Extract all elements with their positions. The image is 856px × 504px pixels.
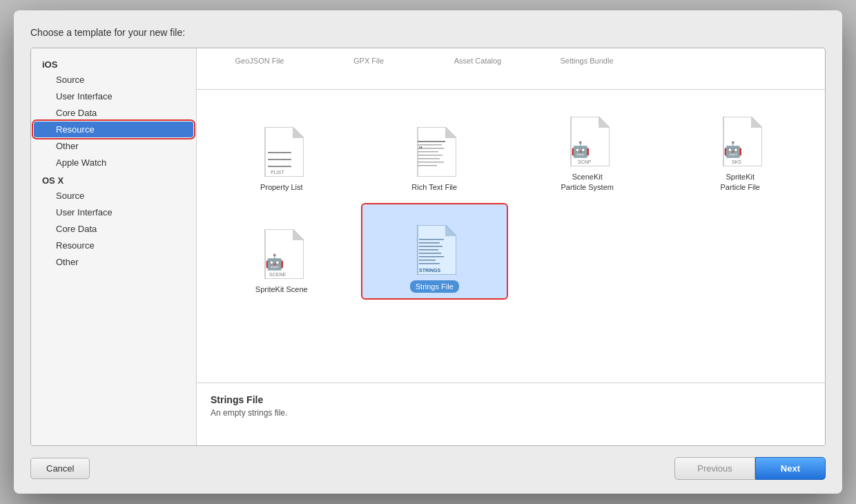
file-item-rich-text-file[interactable]: H Rich Text File <box>361 101 509 197</box>
svg-text:🤖: 🤖 <box>723 140 743 159</box>
dialog-body: iOSSourceUser InterfaceCore DataResource… <box>30 48 826 446</box>
svg-rect-6 <box>418 144 442 146</box>
file-icon-scnp: 🤖 SCNP <box>563 114 612 169</box>
svg-rect-7 <box>418 148 444 149</box>
svg-rect-20 <box>419 242 440 244</box>
svg-rect-9 <box>418 155 442 156</box>
svg-rect-12 <box>418 165 437 166</box>
svg-rect-22 <box>419 249 438 251</box>
file-label-property-list: Property List <box>260 182 303 192</box>
previous-button[interactable]: Previous <box>674 457 755 480</box>
file-label-spritekit-particle: SpriteKit Particle File <box>721 172 760 192</box>
file-item-strings-file[interactable]: STRINGS Strings File <box>361 203 509 300</box>
svg-rect-24 <box>419 256 444 258</box>
file-icon-rtf: H <box>409 124 459 180</box>
file-item-spritekit-scene[interactable]: 🤖 SCENE SpriteKit Scene <box>208 203 356 300</box>
partial-top-row: GeoJSON FileGPX FileAsset CatalogSetting… <box>197 48 825 90</box>
next-button[interactable]: Next <box>755 457 826 480</box>
sidebar-item-ios-source[interactable]: Source <box>34 72 193 88</box>
sidebar-item-osx-core-data[interactable]: Core Data <box>34 221 193 237</box>
nav-button-group: Previous Next <box>674 457 826 480</box>
sidebar-item-ios-core-data[interactable]: Core Data <box>34 105 193 121</box>
file-icon-sks: 🤖 SKS <box>715 114 765 169</box>
file-icon-plist: ═══════ ═══════ ═══════ PLIST <box>257 124 307 180</box>
svg-rect-21 <box>419 246 442 247</box>
svg-rect-26 <box>419 263 440 264</box>
description-area: Strings File An empty strings file. <box>197 383 825 445</box>
file-icon-scene: 🤖 SCENE <box>257 226 307 282</box>
sidebar-item-osx-source[interactable]: Source <box>34 188 193 204</box>
svg-rect-5 <box>418 141 445 142</box>
partial-top-item: GeoJSON File <box>208 54 311 68</box>
sidebar-group-ios: iOS <box>31 55 196 71</box>
dialog-title: Choose a template for your new file: <box>30 27 826 38</box>
svg-rect-8 <box>418 151 438 153</box>
partial-top-item: GPX File <box>317 54 420 68</box>
sidebar-item-osx-user-interface[interactable]: User Interface <box>34 204 193 220</box>
file-label-rich-text-file: Rich Text File <box>411 182 457 192</box>
file-item-property-list[interactable]: ═══════ ═══════ ═══════ PLIST Property L… <box>208 101 356 197</box>
file-label-spritekit-scene: SpriteKit Scene <box>255 284 308 294</box>
svg-text:═══════: ═══════ <box>267 150 291 156</box>
sidebar-item-osx-other[interactable]: Other <box>34 254 193 270</box>
file-item-scenekit-particle[interactable]: 🤖 SCNP SceneKit Particle System <box>514 101 661 197</box>
svg-rect-11 <box>418 162 444 163</box>
svg-text:🤖: 🤖 <box>571 140 590 159</box>
sidebar: iOSSourceUser InterfaceCore DataResource… <box>31 48 197 445</box>
new-file-dialog: Choose a template for your new file: iOS… <box>14 10 842 494</box>
svg-rect-25 <box>419 260 436 261</box>
cancel-button[interactable]: Cancel <box>30 458 90 479</box>
content-area: GeoJSON FileGPX FileAsset CatalogSetting… <box>197 48 825 445</box>
button-row: Cancel Previous Next <box>30 457 826 480</box>
file-label-strings-file: Strings File <box>410 280 459 293</box>
sidebar-item-osx-resource[interactable]: Resource <box>34 238 193 253</box>
file-icon-strings: STRINGS <box>409 222 459 278</box>
svg-text:PLIST: PLIST <box>271 170 284 175</box>
sidebar-item-ios-resource[interactable]: Resource <box>34 122 193 137</box>
file-label-scenekit-particle: SceneKit Particle System <box>561 172 614 192</box>
sidebar-item-ios-apple-watch[interactable]: Apple Watch <box>34 155 193 171</box>
partial-top-item: Settings Bundle <box>535 54 639 68</box>
file-item-spritekit-particle[interactable]: 🤖 SKS SpriteKit Particle File <box>667 101 815 197</box>
svg-text:SCENE: SCENE <box>269 272 286 277</box>
svg-text:STRINGS: STRINGS <box>419 268 440 273</box>
svg-text:═══════: ═══════ <box>267 164 291 170</box>
svg-text:═══════: ═══════ <box>267 157 291 163</box>
description-title: Strings File <box>211 394 811 405</box>
sidebar-group-os-x: OS X <box>31 171 196 187</box>
svg-text:SKS: SKS <box>732 159 741 164</box>
sidebar-item-ios-user-interface[interactable]: User Interface <box>34 88 193 104</box>
svg-rect-19 <box>419 239 444 240</box>
svg-rect-10 <box>418 158 440 159</box>
description-text: An empty strings file. <box>211 408 811 418</box>
svg-text:🤖: 🤖 <box>265 253 284 271</box>
svg-rect-23 <box>419 253 441 254</box>
svg-text:SCNP: SCNP <box>578 159 592 164</box>
file-grid: ═══════ ═══════ ═══════ PLIST Property L… <box>197 90 825 383</box>
partial-top-item: Asset Catalog <box>426 54 529 68</box>
sidebar-item-ios-other[interactable]: Other <box>34 138 193 154</box>
